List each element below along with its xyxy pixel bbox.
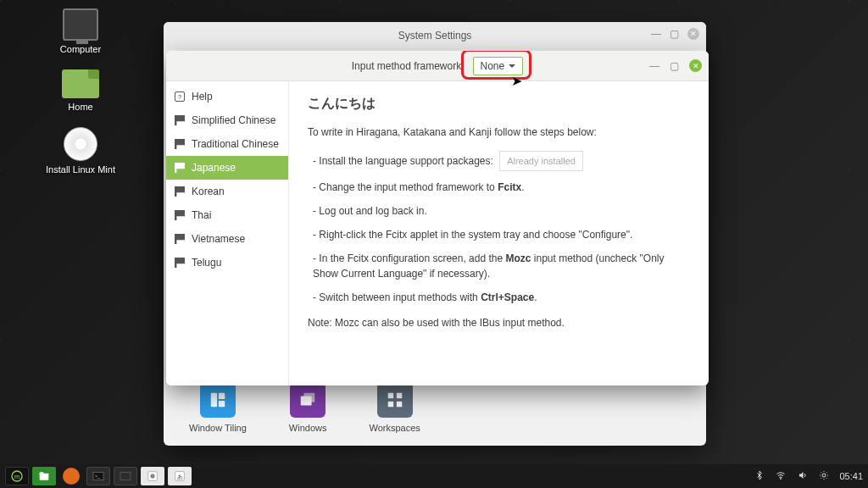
svg-point-20 (781, 479, 782, 480)
settings-tiles-row: Window Tiling Windows Workspaces (189, 382, 420, 433)
desktop-icon-install[interactable]: Install Linux Mint (17, 127, 144, 175)
flag-icon (175, 186, 185, 197)
step-add-mozc: In the Fcitx configuration screen, add t… (313, 251, 690, 281)
tile-window-tiling[interactable]: Window Tiling (189, 382, 247, 433)
step-change-framework: Change the input method framework to Fci… (313, 180, 690, 195)
panel-task-settings[interactable] (114, 467, 137, 485)
im-header: Input method framework: None — ▢ ✕ (166, 51, 709, 81)
desktop-icon-label: Install Linux Mint (46, 164, 115, 175)
taskbar: m >_ あ (0, 464, 868, 488)
sidebar-item-label: Thai (192, 209, 211, 221)
firefox-icon (63, 468, 80, 485)
flag-icon (175, 234, 185, 244)
desktop-icon-computer[interactable]: Computer (17, 8, 144, 54)
sidebar-item-japanese[interactable]: Japanese (166, 156, 288, 180)
brightness-icon[interactable] (819, 470, 829, 482)
window-controls: — ▢ ✕ (649, 59, 702, 72)
wifi-icon[interactable] (775, 470, 787, 482)
desktop-icon-label: Home (68, 102, 92, 112)
desktop-icon-area: Computer Home Install Linux Mint (17, 8, 144, 190)
maximize-button[interactable]: ▢ (670, 28, 679, 40)
svg-text:m: m (14, 473, 19, 480)
svg-rect-0 (211, 393, 217, 408)
svg-text:あ: あ (177, 474, 183, 480)
step-logout: Log out and log back in. (313, 203, 690, 219)
system-tray: 05:41 (754, 470, 863, 482)
step-switch: Switch between input methods with Ctrl+S… (313, 290, 690, 305)
computer-icon (63, 8, 98, 41)
flag-icon (175, 115, 185, 125)
desktop-icon-label: Computer (60, 44, 101, 54)
panel-task-systemsettings[interactable] (141, 467, 164, 485)
panel-files-button[interactable] (32, 467, 56, 485)
tile-workspaces[interactable]: Workspaces (369, 382, 420, 433)
folder-icon (62, 69, 99, 98)
flag-icon (175, 210, 185, 220)
svg-rect-12 (40, 472, 44, 474)
flag-icon (175, 163, 185, 173)
svg-point-21 (822, 474, 826, 477)
close-button[interactable]: ✕ (687, 28, 699, 40)
start-menu-button[interactable]: m (5, 467, 29, 485)
panel-terminal-button[interactable]: >_ (86, 467, 110, 485)
sidebar-item-simplified-chinese[interactable]: Simplified Chinese (166, 108, 288, 132)
bluetooth-icon[interactable] (754, 470, 765, 482)
content-intro: To write in Hiragana, Katakana and Kanji… (308, 125, 690, 141)
windows-icon (290, 382, 326, 418)
framework-label: Input method framework: (352, 60, 465, 72)
minimize-button[interactable]: — (649, 60, 659, 72)
tile-label: Windows (289, 423, 327, 433)
panel-firefox-button[interactable] (59, 467, 83, 485)
svg-rect-6 (396, 393, 401, 398)
flag-icon (175, 258, 185, 268)
sidebar-item-label: Korean (192, 186, 225, 197)
sidebar-item-vietnamese[interactable]: Vietnamese (166, 227, 288, 251)
svg-point-17 (150, 474, 154, 478)
im-content: こんにちは To write in Hiragana, Katakana and… (289, 81, 709, 385)
minimize-button[interactable]: — (651, 28, 661, 40)
sidebar-item-label: Help (192, 91, 213, 103)
workspaces-icon (377, 382, 413, 418)
framework-dropdown[interactable]: None (473, 57, 524, 75)
maximize-button[interactable]: ▢ (670, 60, 679, 72)
svg-rect-15 (120, 472, 131, 480)
step-configure-applet: Right-click the Fcitx applet in the syst… (313, 227, 690, 242)
tile-label: Workspaces (369, 423, 420, 433)
sidebar-item-help[interactable]: ? Help (166, 85, 288, 108)
window-title: System Settings (398, 30, 472, 42)
content-heading: こんにちは (308, 95, 690, 113)
framework-dropdown-value: None (481, 60, 505, 72)
help-icon: ? (175, 92, 185, 102)
sidebar-item-label: Traditional Chinese (192, 138, 279, 150)
content-steps: Install the language support packages: A… (313, 151, 690, 306)
sidebar-item-label: Vietnamese (192, 233, 245, 245)
close-button[interactable]: ✕ (689, 59, 702, 72)
desktop-icon-home[interactable]: Home (17, 69, 144, 112)
panel-task-inputmethod[interactable]: あ (168, 467, 192, 485)
language-sidebar: ? Help Simplified Chinese Traditional Ch… (166, 81, 289, 385)
sidebar-item-label: Simplified Chinese (192, 114, 275, 126)
svg-rect-1 (219, 393, 225, 399)
tile-label: Window Tiling (189, 423, 247, 433)
sidebar-item-telugu[interactable]: Telugu (166, 251, 288, 274)
im-body: ? Help Simplified Chinese Traditional Ch… (166, 81, 709, 385)
svg-rect-8 (396, 402, 401, 407)
tiling-icon (200, 382, 236, 418)
sidebar-item-traditional-chinese[interactable]: Traditional Chinese (166, 132, 288, 156)
chevron-down-icon (509, 64, 515, 68)
tile-windows[interactable]: Windows (289, 382, 327, 433)
sidebar-item-thai[interactable]: Thai (166, 203, 288, 227)
svg-text:>_: >_ (95, 474, 101, 479)
already-installed-button[interactable]: Already installed (499, 151, 583, 172)
window-titlebar[interactable]: System Settings — ▢ ✕ (164, 22, 706, 49)
step-install-packages: Install the language support packages: A… (313, 151, 690, 172)
sidebar-item-label: Telugu (192, 257, 221, 269)
flag-icon (175, 139, 185, 149)
clock[interactable]: 05:41 (839, 471, 863, 481)
svg-rect-7 (387, 402, 392, 407)
volume-icon[interactable] (797, 470, 809, 482)
window-controls: — ▢ ✕ (651, 28, 699, 40)
input-method-window: Input method framework: None — ▢ ✕ ? Hel… (166, 51, 709, 385)
desktop: Computer Home Install Linux Mint System … (0, 0, 868, 488)
sidebar-item-korean[interactable]: Korean (166, 180, 288, 203)
